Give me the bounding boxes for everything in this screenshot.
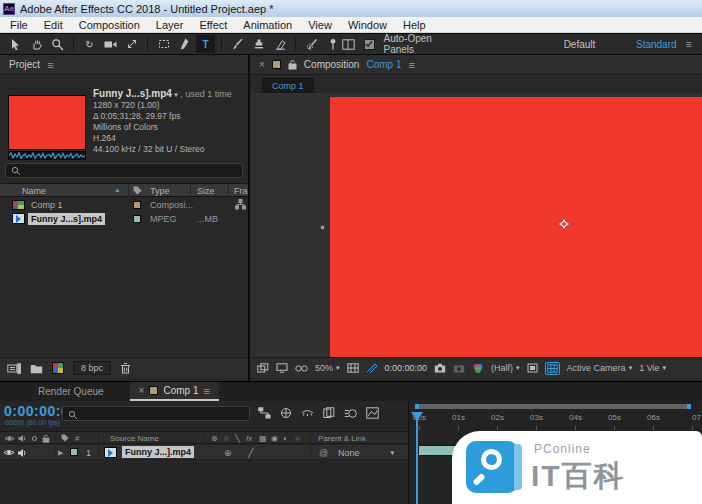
- draft-3d-icon[interactable]: [280, 407, 292, 419]
- composition-viewer[interactable]: [250, 93, 702, 357]
- interpret-footage-icon[interactable]: [7, 363, 21, 374]
- type-tool-icon[interactable]: T: [196, 35, 215, 53]
- new-composition-icon[interactable]: [52, 362, 64, 374]
- selection-tool-icon[interactable]: [6, 35, 25, 53]
- frame-blend-icon[interactable]: [323, 407, 335, 419]
- rectangle-tool-icon[interactable]: [154, 35, 173, 53]
- mask-visibility-icon[interactable]: [295, 364, 308, 373]
- menu-effect[interactable]: Effect: [191, 19, 235, 31]
- primary-viewer-icon[interactable]: [276, 363, 288, 373]
- workspace-panels-icon[interactable]: [342, 39, 355, 50]
- timeline-search-input[interactable]: [62, 406, 250, 421]
- playhead-handle[interactable]: [411, 412, 423, 421]
- table-row-comp1[interactable]: Comp 1 Composi...: [0, 198, 248, 212]
- roto-brush-tool-icon[interactable]: [302, 35, 321, 53]
- project-search-input[interactable]: [5, 163, 243, 178]
- brush-tool-icon[interactable]: [228, 35, 247, 53]
- composition-panel-title[interactable]: Composition: [304, 59, 360, 70]
- layer-color-chip[interactable]: [70, 448, 78, 456]
- label-color-chip[interactable]: [133, 201, 141, 209]
- composition-canvas[interactable]: [330, 97, 702, 357]
- parent-dropdown[interactable]: None▾: [334, 447, 398, 458]
- column-frame[interactable]: Fra: [234, 186, 248, 196]
- new-folder-icon[interactable]: [30, 363, 43, 374]
- graph-editor-icon[interactable]: [366, 407, 379, 419]
- work-area-bar[interactable]: [415, 404, 691, 409]
- menu-layer[interactable]: Layer: [148, 19, 192, 31]
- workspace-menu-icon[interactable]: ≡: [686, 38, 692, 50]
- menu-view[interactable]: View: [300, 19, 340, 31]
- close-panel-icon[interactable]: ×: [259, 59, 265, 70]
- composition-panel-menu-icon[interactable]: ≡: [408, 59, 414, 71]
- comp-edge-handle[interactable]: [320, 225, 325, 230]
- label-column-icon[interactable]: [133, 186, 142, 195]
- 3d-view-dropdown[interactable]: Active Camera▾: [567, 363, 633, 373]
- label-color-chip[interactable]: [133, 215, 141, 223]
- channels-icon[interactable]: [472, 363, 484, 374]
- shy-layers-icon[interactable]: [301, 407, 314, 419]
- motion-blur-icon[interactable]: [344, 407, 357, 419]
- layer-twirl-icon[interactable]: ▶: [58, 449, 63, 457]
- menu-animation[interactable]: Animation: [235, 19, 300, 31]
- view-layout-dropdown[interactable]: 1 Vie▾: [639, 363, 666, 373]
- sort-ascending-icon[interactable]: ▲: [114, 186, 121, 193]
- region-of-interest-icon[interactable]: [527, 363, 538, 373]
- menu-edit[interactable]: Edit: [36, 19, 71, 31]
- timeline-comp-tab[interactable]: × Comp 1 ≡: [130, 382, 219, 401]
- layer-audio-icon[interactable]: [17, 448, 27, 458]
- source-name-column[interactable]: Source Name: [110, 434, 159, 443]
- ruler-icon[interactable]: [366, 363, 378, 373]
- parent-link-column[interactable]: Parent & Link: [318, 434, 366, 443]
- timeline-panel-menu-icon[interactable]: ≡: [203, 385, 209, 397]
- anchor-point-icon[interactable]: [557, 217, 571, 231]
- layer-name[interactable]: Funny J...].mp4: [122, 446, 194, 458]
- footage-dropdown-icon[interactable]: ▾: [174, 91, 178, 98]
- work-area-end-handle[interactable]: [687, 404, 691, 409]
- layer-visibility-icon[interactable]: [3, 448, 15, 457]
- always-preview-icon[interactable]: [257, 363, 269, 373]
- magnification-dropdown[interactable]: 50%▾: [315, 363, 340, 373]
- puppet-pin-tool-icon[interactable]: [323, 35, 342, 53]
- rotation-tool-icon[interactable]: ↻: [80, 35, 99, 53]
- pan-behind-tool-icon[interactable]: [122, 35, 141, 53]
- render-queue-tab[interactable]: Render Queue: [28, 382, 114, 401]
- time-ruler[interactable]: 00s 01s 02s 03s 04s 05s 06s 07: [408, 401, 702, 431]
- project-panel-menu-icon[interactable]: ≡: [47, 59, 53, 71]
- composition-name[interactable]: Comp 1: [366, 59, 401, 70]
- snapshot-icon[interactable]: [434, 363, 446, 373]
- layer-row[interactable]: ▶ 1 Funny J...].mp4 ⊕ ╱ @ None▾: [0, 445, 408, 460]
- trash-icon[interactable]: [120, 362, 131, 374]
- menu-composition[interactable]: Composition: [71, 19, 148, 31]
- playhead-line[interactable]: [416, 420, 418, 504]
- comp-viewer-tab[interactable]: Comp 1: [262, 78, 314, 93]
- project-tab[interactable]: Project: [9, 59, 40, 70]
- hand-tool-icon[interactable]: [27, 35, 46, 53]
- auto-open-panels-checkbox[interactable]: [364, 39, 375, 50]
- grid-guides-icon[interactable]: [347, 363, 359, 373]
- unified-camera-tool-icon[interactable]: [101, 35, 120, 53]
- workspace-standard[interactable]: Standard: [636, 39, 677, 50]
- column-name[interactable]: Name: [22, 186, 46, 196]
- clone-stamp-tool-icon[interactable]: [249, 35, 268, 53]
- zoom-tool-icon[interactable]: [48, 35, 67, 53]
- bit-depth-button[interactable]: 8 bpc: [73, 361, 111, 375]
- menu-window[interactable]: Window: [340, 19, 395, 31]
- work-area-start-handle[interactable]: [415, 404, 419, 409]
- layer-quality-icon[interactable]: ╱: [248, 448, 253, 458]
- pick-whip-icon[interactable]: @: [319, 448, 328, 458]
- column-type[interactable]: Type: [150, 186, 170, 196]
- comp-mini-flowchart-icon[interactable]: [258, 407, 271, 419]
- menu-help[interactable]: Help: [395, 19, 434, 31]
- show-snapshot-icon[interactable]: [453, 363, 465, 373]
- resolution-dropdown[interactable]: (Half)▾: [491, 363, 520, 373]
- close-tab-icon[interactable]: ×: [139, 385, 145, 396]
- pen-tool-icon[interactable]: [175, 35, 194, 53]
- table-row-footage[interactable]: Funny J...s].mp4 MPEG ...MB: [0, 212, 248, 226]
- layer-anchor-icon[interactable]: ⊕: [224, 448, 232, 458]
- column-size[interactable]: Size: [197, 186, 215, 196]
- menu-file[interactable]: File: [2, 19, 36, 31]
- comp-footer-time[interactable]: 0:00:00:00: [385, 363, 428, 373]
- transparency-grid-icon[interactable]: [545, 362, 560, 375]
- lock-icon[interactable]: [288, 59, 297, 70]
- footage-preview-thumbnail[interactable]: [8, 95, 86, 150]
